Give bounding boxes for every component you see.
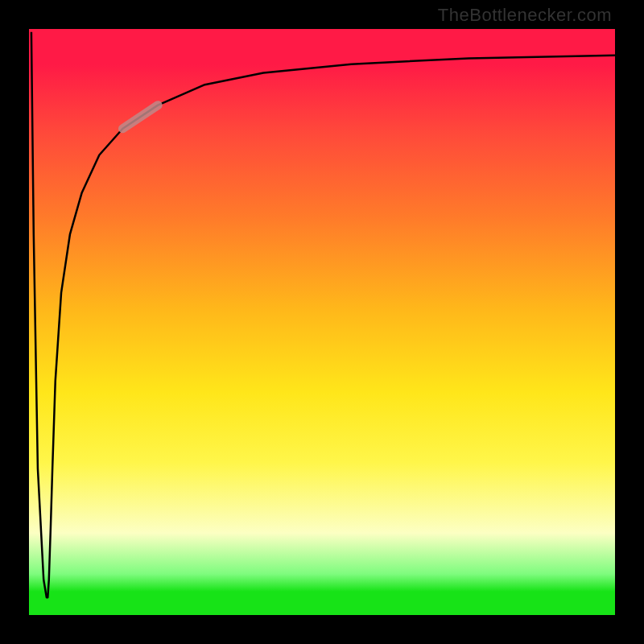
- highlight-segment: [122, 105, 158, 129]
- watermark: TheBottlenecker.com: [438, 5, 612, 26]
- curve-layer: [29, 29, 615, 615]
- bottleneck-curve: [31, 32, 615, 598]
- plot-area: [29, 29, 615, 615]
- watermark-text: TheBottlenecker.com: [438, 5, 612, 25]
- chart-stage: TheBottlenecker.com: [0, 0, 644, 644]
